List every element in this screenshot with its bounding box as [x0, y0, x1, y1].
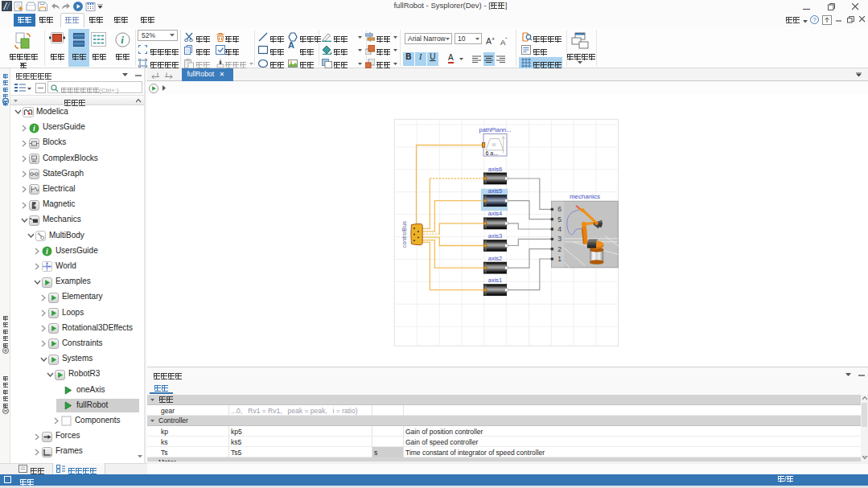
- svg-text:axis6: axis6: [488, 166, 503, 173]
- svg-text:axis5: axis5: [488, 187, 503, 195]
- svg-text:axis3: axis3: [488, 232, 503, 240]
- svg-text:i: i: [47, 247, 49, 256]
- svg-text:2: 2: [557, 245, 562, 253]
- svg-text:i: i: [34, 124, 36, 133]
- svg-text:i: i: [121, 34, 124, 46]
- svg-text:axis1: axis1: [488, 277, 503, 284]
- svg-text:6: 6: [557, 205, 562, 213]
- svg-text:controlBus: controlBus: [401, 220, 407, 248]
- svg-text:pathPlann...: pathPlann...: [479, 126, 511, 133]
- svg-text:axis2: axis2: [488, 255, 503, 262]
- svg-text:mechanics: mechanics: [570, 193, 600, 200]
- svg-text:1: 1: [557, 255, 562, 263]
- svg-text:4: 4: [557, 225, 562, 233]
- svg-text:6 a...: 6 a...: [486, 150, 499, 156]
- svg-text:w: w: [491, 141, 496, 147]
- svg-text:3: 3: [557, 235, 562, 243]
- svg-text:axis4: axis4: [488, 210, 503, 217]
- svg-text:5: 5: [557, 215, 562, 223]
